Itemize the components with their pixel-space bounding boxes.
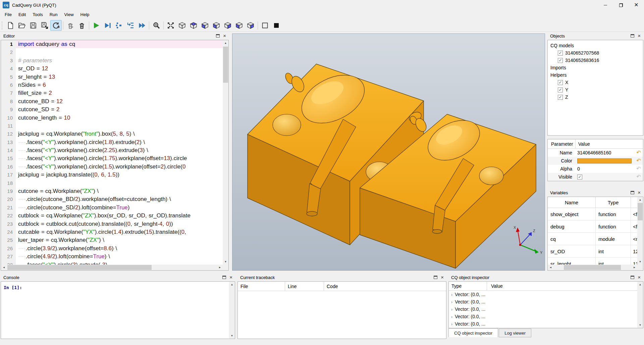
close-button[interactable]: ✕ bbox=[629, 0, 644, 10]
undo-icon[interactable]: ↶ bbox=[634, 158, 643, 164]
code-line[interactable]: 17jackplug·=·jackplug.translate((0,·6,·1… bbox=[1, 171, 223, 179]
code-line[interactable]: 15····.faces("<Y").workplane().circle(1.… bbox=[1, 154, 223, 162]
restore-button[interactable] bbox=[613, 0, 629, 10]
code-line[interactable]: 6nSides·=·6 bbox=[1, 81, 223, 89]
code-line[interactable]: 22cutblock·=·cq.Workplane("ZX").box(sr_O… bbox=[1, 212, 223, 220]
inspect-button[interactable] bbox=[151, 20, 162, 31]
variable-row-sr_OD[interactable]: sr_ODint12 bbox=[548, 245, 637, 258]
variables-close-icon[interactable]: × bbox=[638, 191, 641, 195]
code-line[interactable]: 12jackplug·=·cq.Workplane("front").box(5… bbox=[1, 130, 223, 138]
code-line[interactable]: 1import·cadquery·as·cq bbox=[1, 40, 223, 48]
fit-view-button[interactable] bbox=[165, 20, 176, 31]
code-line[interactable]: 26····.circle(3.9/2).workplane(offset=8.… bbox=[1, 245, 223, 253]
run-button[interactable] bbox=[91, 20, 102, 31]
code-line[interactable]: 16····.faces("<Y").workplane().circle(1.… bbox=[1, 163, 223, 171]
tree-group-helpers[interactable]: Helpers bbox=[548, 71, 643, 79]
code-line[interactable]: 10cutcone_length·=·10 bbox=[1, 114, 223, 122]
inspector-row[interactable]: ›Vector: (0.0, ... bbox=[449, 320, 643, 328]
code-line[interactable]: 7fillet_size·=·2 bbox=[1, 89, 223, 97]
menu-tools[interactable]: Tools bbox=[29, 10, 46, 19]
code-line[interactable]: 9cutcone_SD·=·2 bbox=[1, 106, 223, 114]
scroll-left-icon[interactable]: ◄ bbox=[548, 265, 553, 270]
checkbox[interactable]: ✓ bbox=[558, 80, 563, 85]
expand-chevron-icon[interactable]: › bbox=[449, 292, 455, 297]
scroll-down-icon[interactable]: ▼ bbox=[229, 333, 235, 339]
undo-icon[interactable]: ↶ bbox=[634, 174, 643, 180]
inspector-vscrollbar[interactable]: ▲ ▼ bbox=[637, 282, 643, 328]
scroll-down-icon[interactable]: ▼ bbox=[637, 259, 643, 265]
menu-view[interactable]: View bbox=[61, 10, 77, 19]
view-back-button[interactable] bbox=[222, 20, 233, 31]
menu-run[interactable]: Run bbox=[46, 10, 61, 19]
view-iso-button[interactable] bbox=[176, 20, 188, 31]
continue-button[interactable] bbox=[136, 20, 148, 31]
scroll-up-icon[interactable]: ▲ bbox=[637, 282, 643, 287]
tab-cq-object-inspector[interactable]: CQ object inspector bbox=[448, 328, 498, 337]
toolbar-grip[interactable] bbox=[2, 21, 3, 29]
view-wireframe-button[interactable] bbox=[259, 20, 271, 31]
view-front-button[interactable] bbox=[211, 20, 222, 31]
code-line[interactable]: 13····.faces("<Y").workplane().circle(1.… bbox=[1, 138, 223, 146]
color-swatch[interactable] bbox=[577, 158, 632, 163]
3d-viewport[interactable]: X Z Y bbox=[232, 33, 545, 271]
tree-item-3140652683616[interactable]: ✓3140652683616 bbox=[548, 57, 643, 64]
delete-all-button[interactable] bbox=[76, 20, 88, 31]
code-line[interactable]: 3#·parameters bbox=[1, 57, 223, 65]
editor-code[interactable]: 1import·cadquery·as·cq23#·parameters4sr_… bbox=[1, 40, 223, 265]
traceback-float-icon[interactable] bbox=[434, 276, 437, 279]
objects-float-icon[interactable] bbox=[631, 34, 634, 38]
render-button[interactable] bbox=[50, 20, 62, 31]
inspector-row[interactable]: ›Vector: (0.0, ... bbox=[449, 313, 643, 320]
expand-chevron-icon[interactable]: › bbox=[449, 314, 455, 319]
code-line[interactable]: 5sr_lenght·=·13 bbox=[1, 73, 223, 81]
console-vscrollbar[interactable]: ▲ ▼ bbox=[229, 282, 235, 339]
variable-row-cq[interactable]: cqmodule<m bbox=[548, 233, 637, 245]
scroll-up-icon[interactable]: ▲ bbox=[223, 40, 228, 46]
code-line[interactable]: 27····.circle(4.9/2).loft(combine=True)·… bbox=[1, 253, 223, 261]
inspector-close-icon[interactable]: × bbox=[638, 275, 641, 279]
variables-float-icon[interactable] bbox=[631, 191, 634, 194]
view-left-button[interactable] bbox=[233, 20, 245, 31]
code-line[interactable]: 4sr_OD·=·12 bbox=[1, 65, 223, 73]
variables-hscrollbar[interactable]: ◄ ► bbox=[548, 265, 637, 270]
tree-item-x[interactable]: ✓X bbox=[548, 79, 643, 86]
open-file-button[interactable] bbox=[16, 20, 28, 31]
editor-close-icon[interactable]: × bbox=[223, 34, 226, 38]
scroll-up-icon[interactable]: ▲ bbox=[637, 197, 643, 203]
view-shaded-button[interactable] bbox=[271, 20, 282, 31]
tree-group-imports[interactable]: Imports bbox=[548, 64, 643, 71]
view-top-button[interactable] bbox=[188, 20, 199, 31]
code-line[interactable]: 21····.circle(cutcone_SD/2).loft(combine… bbox=[1, 204, 223, 212]
code-line[interactable]: 19cutcone·=·cq.Workplane("ZX")·\ bbox=[1, 187, 223, 195]
checkbox[interactable]: ✓ bbox=[558, 58, 563, 63]
undo-icon[interactable]: ↶ bbox=[634, 166, 643, 172]
checkbox[interactable]: ✓ bbox=[558, 95, 563, 100]
expand-chevron-icon[interactable]: › bbox=[449, 299, 455, 304]
editor-float-icon[interactable] bbox=[216, 34, 220, 38]
view-right-button[interactable] bbox=[245, 20, 256, 31]
scroll-right-icon[interactable]: ► bbox=[217, 265, 223, 270]
console-panel[interactable]: In [1]: ▲ ▼ bbox=[1, 281, 235, 339]
expand-chevron-icon[interactable]: › bbox=[449, 307, 455, 312]
console-close-icon[interactable]: × bbox=[229, 275, 232, 279]
variable-row-sr_lenght[interactable]: sr_lenghtint13 bbox=[548, 258, 637, 265]
tree-group-cq-models[interactable]: CQ models bbox=[548, 42, 643, 49]
code-line[interactable]: 24cutcable·=·cq.Workplane("YX").circle(1… bbox=[1, 228, 223, 236]
inspector-row[interactable]: ›Vector: (0.0, ... bbox=[449, 298, 643, 305]
code-line[interactable]: 23cutblock·=·cutblock.cut(cutcone).trans… bbox=[1, 220, 223, 228]
new-file-button[interactable] bbox=[5, 20, 16, 31]
variables-vscrollbar[interactable]: ▲ ▼ bbox=[637, 197, 643, 265]
inspector-row[interactable]: ›Vector: (0.0, ... bbox=[449, 291, 643, 298]
tree-item-y[interactable]: ✓Y bbox=[548, 86, 643, 93]
checkbox[interactable]: ✓ bbox=[558, 51, 563, 56]
visible-checkbox[interactable]: ✓ bbox=[577, 175, 582, 180]
scroll-left-icon[interactable]: ◄ bbox=[1, 265, 7, 270]
inspector-float-icon[interactable] bbox=[631, 276, 634, 279]
debug-button[interactable] bbox=[102, 20, 113, 31]
tree-item-z[interactable]: ✓Z bbox=[548, 93, 643, 101]
scroll-up-icon[interactable]: ▲ bbox=[229, 282, 235, 287]
tree-item-3140652707568[interactable]: ✓3140652707568 bbox=[548, 49, 643, 57]
editor-hscroll-thumb[interactable] bbox=[7, 265, 152, 270]
editor-hscrollbar[interactable]: ◄ ► bbox=[1, 265, 223, 270]
menu-edit[interactable]: Edit bbox=[15, 10, 29, 19]
